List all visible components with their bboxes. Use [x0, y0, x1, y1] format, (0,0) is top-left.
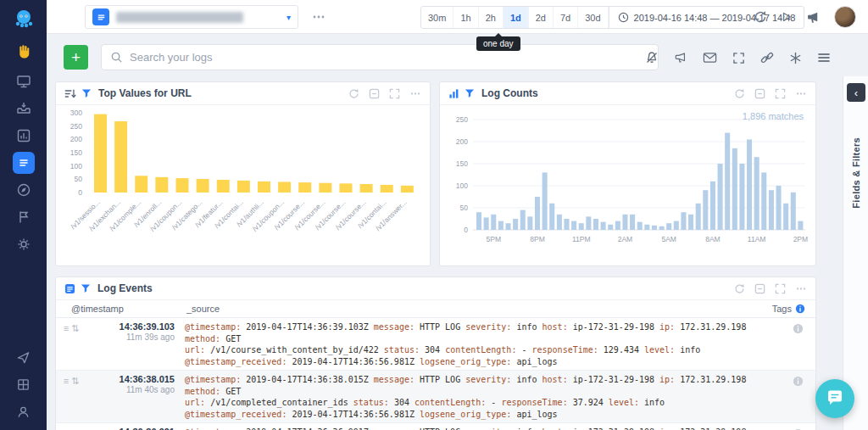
count-bar[interactable]	[739, 164, 744, 230]
time-range-30d[interactable]: 30d	[578, 7, 608, 28]
explore-icon[interactable]	[0, 176, 47, 204]
chat-widget-button[interactable]	[815, 379, 854, 418]
sematext-octopus-logo-icon[interactable]	[0, 0, 47, 37]
row-info-icon[interactable]	[773, 374, 815, 420]
count-bar[interactable]	[798, 221, 803, 230]
count-bar[interactable]	[696, 204, 701, 230]
row-info-icon[interactable]	[773, 321, 815, 367]
panel-refresh-icon[interactable]	[348, 88, 359, 99]
count-bar[interactable]	[549, 204, 554, 230]
count-bar[interactable]	[644, 225, 649, 230]
count-bar[interactable]	[579, 223, 584, 230]
time-range-1h[interactable]: 1h	[453, 7, 478, 28]
megaphone-icon[interactable]	[806, 10, 821, 25]
panel-refresh-icon[interactable]	[734, 88, 745, 99]
count-bar[interactable]	[732, 148, 737, 230]
count-bar[interactable]	[622, 215, 627, 230]
panel-more-icon[interactable]	[409, 88, 421, 99]
log-event-row[interactable]: ≡⇅14:36:38.01511m 40s ago@timestamp: 201…	[56, 371, 815, 423]
count-bar[interactable]	[688, 215, 693, 230]
time-range-2d[interactable]: 2d	[529, 7, 554, 28]
count-bar[interactable]	[769, 190, 774, 230]
panel-collapse-icon[interactable]	[754, 283, 765, 294]
count-bar[interactable]	[571, 221, 576, 230]
welcome-hand-icon[interactable]	[0, 37, 47, 64]
url-bar[interactable]	[237, 181, 250, 193]
app-selector-dropdown[interactable]: ▾	[85, 5, 298, 29]
time-range-7d[interactable]: 7d	[554, 7, 578, 28]
count-bar[interactable]	[586, 216, 591, 230]
count-bar[interactable]	[710, 181, 715, 230]
count-bar[interactable]	[754, 157, 760, 230]
log-event-row[interactable]: ≡⇅14:36:36.99111m 41s ago@timestamp: 201…	[56, 423, 815, 430]
count-bar[interactable]	[608, 225, 613, 230]
url-bar[interactable]	[319, 183, 331, 193]
count-bar[interactable]	[513, 219, 518, 230]
panel-refresh-icon[interactable]	[734, 283, 745, 294]
user-icon[interactable]	[0, 398, 47, 425]
url-bar[interactable]	[340, 183, 353, 193]
column-timestamp[interactable]: @timestamp	[56, 304, 186, 314]
column-source[interactable]: _source	[186, 304, 761, 314]
count-bar[interactable]	[725, 133, 730, 230]
url-bar[interactable]	[381, 185, 393, 193]
count-bar[interactable]	[498, 221, 504, 230]
count-bar[interactable]	[776, 186, 782, 230]
send-icon[interactable]	[0, 343, 47, 371]
refresh-icon[interactable]	[754, 10, 767, 24]
url-bar[interactable]	[298, 182, 311, 193]
count-bar[interactable]	[564, 219, 569, 230]
count-bar[interactable]	[484, 217, 489, 230]
dashboards-icon[interactable]	[0, 68, 47, 95]
time-range-1d[interactable]: 1d	[504, 7, 529, 28]
count-bar[interactable]	[630, 215, 635, 230]
more-options-icon[interactable]	[311, 10, 326, 27]
count-bar[interactable]	[520, 210, 526, 230]
count-bar[interactable]	[593, 219, 598, 230]
count-bar[interactable]	[652, 226, 657, 230]
count-bar[interactable]	[674, 221, 679, 230]
time-range-30m[interactable]: 30m	[421, 7, 453, 28]
count-bar[interactable]	[557, 215, 562, 230]
count-bar[interactable]	[681, 212, 686, 230]
count-bar[interactable]	[601, 222, 606, 230]
time-range-2h[interactable]: 2h	[479, 7, 504, 28]
url-bar[interactable]	[197, 179, 209, 193]
count-bar[interactable]	[761, 172, 766, 230]
count-bar[interactable]	[747, 139, 752, 230]
row-menu-icon[interactable]: ≡	[64, 376, 69, 420]
url-bar[interactable]	[155, 177, 168, 193]
fullscreen-icon[interactable]	[732, 52, 745, 64]
count-bar[interactable]	[615, 221, 620, 230]
count-bar[interactable]	[476, 212, 481, 230]
logs-nav-icon[interactable]	[0, 149, 47, 176]
flag-icon[interactable]	[0, 204, 47, 231]
row-info-icon[interactable]	[773, 427, 815, 430]
url-bar[interactable]	[94, 114, 107, 193]
user-avatar[interactable]	[834, 6, 856, 28]
panel-collapse-icon[interactable]	[754, 88, 765, 99]
url-bar[interactable]	[217, 180, 230, 193]
count-bar[interactable]	[666, 223, 671, 230]
menu-icon[interactable]	[817, 52, 831, 64]
count-bar[interactable]	[718, 164, 723, 230]
panel-expand-icon[interactable]	[775, 283, 786, 294]
column-tags[interactable]: Tags	[761, 304, 815, 314]
integrations-icon[interactable]	[0, 231, 47, 258]
count-bar[interactable]	[527, 216, 532, 230]
row-menu-icon[interactable]: ≡	[64, 323, 69, 367]
row-sort-icon[interactable]: ⇅	[71, 323, 79, 367]
url-bar[interactable]	[114, 121, 127, 193]
url-bar[interactable]	[258, 181, 270, 193]
fields-panel-toggle[interactable]: ‹	[847, 83, 865, 102]
email-report-icon[interactable]	[703, 52, 717, 64]
search-input[interactable]	[130, 51, 649, 64]
panel-more-icon[interactable]	[795, 283, 807, 294]
url-bar[interactable]	[401, 186, 414, 193]
count-bar[interactable]	[791, 193, 796, 230]
filter-funnel-icon[interactable]	[81, 88, 92, 98]
count-bar[interactable]	[505, 223, 510, 230]
count-bar[interactable]	[783, 204, 788, 230]
filter-funnel-icon[interactable]	[465, 88, 475, 98]
settings-asterisk-icon[interactable]	[789, 52, 802, 64]
